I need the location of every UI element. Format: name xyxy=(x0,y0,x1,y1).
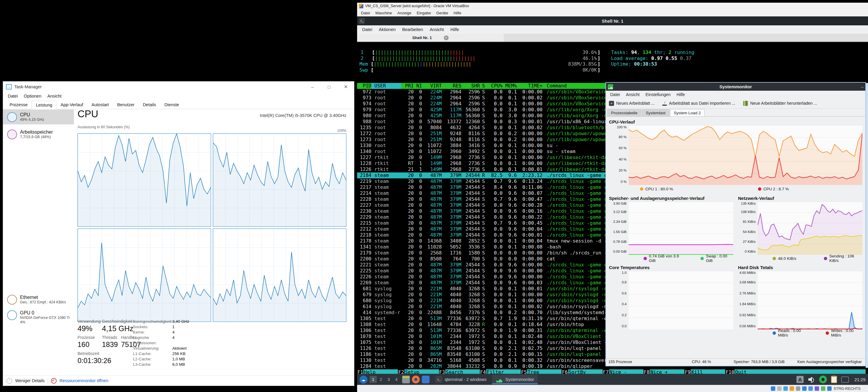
usb-icon[interactable] xyxy=(789,386,794,391)
minimize-button[interactable]: – xyxy=(304,81,321,92)
taskbar-item-systemmonitor[interactable]: Systemmonitor xyxy=(492,375,538,384)
legend-dot-icon xyxy=(758,187,761,191)
column-header-cpu[interactable]: CPU% xyxy=(487,83,502,89)
tab-prozesse[interactable]: Prozesse xyxy=(5,101,32,109)
window-title: Task-Manager xyxy=(14,84,302,89)
memory-history-chart xyxy=(629,202,733,255)
legend-dot-icon xyxy=(640,187,643,191)
tab-details[interactable]: Details xyxy=(138,101,160,109)
file-manager-icon[interactable] xyxy=(402,375,410,383)
qterminal-menu-ansicht[interactable]: Ansicht xyxy=(426,27,447,32)
pinned-app-icon[interactable] xyxy=(422,375,430,383)
vbox-menu-eingabe[interactable]: Eingabe xyxy=(414,11,434,15)
vbox-menu-maschine[interactable]: Maschine xyxy=(373,11,395,15)
hard-disk-icon[interactable] xyxy=(771,386,775,391)
qterminal-menu-bearbeiten[interactable]: Bearbeiten xyxy=(399,27,426,32)
menu-item-datei[interactable]: Datei xyxy=(5,94,21,99)
shared-folder-icon[interactable] xyxy=(796,386,800,391)
firefox-icon[interactable] xyxy=(412,375,420,383)
network-icon[interactable] xyxy=(783,386,788,391)
sysmon-tab-systemlast[interactable]: Systemlast xyxy=(642,109,670,116)
sidebar-item-memory[interactable]: Arbeitsspeicher7,7/15,9 GB (48%) xyxy=(3,127,74,142)
virtualization-icon[interactable] xyxy=(815,386,819,391)
volume-icon[interactable] xyxy=(808,376,815,383)
column-header-pri[interactable]: PRI xyxy=(401,83,414,89)
vbox-menu-anzeige[interactable]: Anzeige xyxy=(395,11,414,15)
column-header-ni[interactable]: NI xyxy=(414,83,422,89)
resize-grip[interactable]: ⋰ xyxy=(863,387,866,391)
memory-y-axis: 3.90 GiB3.12 GiB2.34 GiB1.56 GiB0.78 GiB… xyxy=(609,202,629,255)
new-worksheet-button[interactable]: ＋Neues Arbeitsblatt ... xyxy=(609,101,655,106)
tab-autostart[interactable]: Autostart xyxy=(87,101,113,109)
sysmon-tab-system-load-2[interactable]: System Load 2 xyxy=(670,109,705,116)
sysmon-menu-ansicht[interactable]: Ansicht xyxy=(623,92,643,97)
stat-value-prozesse: 160 xyxy=(78,340,89,349)
stat-label-betriebszeit: Betriebszeit xyxy=(78,351,99,356)
stat-value-threads: 1839 xyxy=(102,340,118,349)
tab-benutzer[interactable]: Benutzer xyxy=(113,101,138,109)
qterminal-menu-hilfe[interactable]: Hilfe xyxy=(447,27,462,32)
open-resource-monitor-link[interactable]: Ressourcenmonitor öffnen xyxy=(60,378,108,383)
column-header-time[interactable]: TIME+ xyxy=(517,83,542,89)
column-header-shr[interactable]: SHR xyxy=(461,83,480,89)
memory-legend: 0.74 GiB von 3.9 GiBSwap : 0.00 GiB xyxy=(609,255,733,262)
seamless-icon[interactable] xyxy=(808,386,813,391)
taskbar-item-qterminal[interactable]: ❯_ qterminal - 2 windows xyxy=(432,375,490,384)
download-worksheets-button[interactable]: Neue Arbeitsblätter herunterladen ... xyxy=(743,101,817,106)
clipboard-icon[interactable] xyxy=(831,376,837,383)
import-worksheet-button[interactable]: ↑Arbeitsblatt aus Datei importieren ... xyxy=(662,101,735,106)
sysmon-menu-hilfe[interactable]: Hilfe xyxy=(674,92,688,97)
temperature-y-axis: 1.00.80.60.40.20.0 xyxy=(609,271,629,329)
sysmon-tab-prozesstabelle[interactable]: Prozesstabelle xyxy=(607,109,642,116)
workspace-2[interactable]: 2 xyxy=(377,376,384,383)
screen-recorder-icon[interactable] xyxy=(819,375,827,383)
sysmon-menu-einstellungen[interactable]: Einstellungen xyxy=(643,92,674,97)
features-icon[interactable] xyxy=(821,386,826,391)
vbox-menu-ger-te[interactable]: Geräte xyxy=(434,11,451,15)
tab-close-icon[interactable]: ✕ xyxy=(444,35,448,40)
vbox-menu-datei[interactable]: Datei xyxy=(358,11,373,15)
menu-item-optionen[interactable]: Optionen xyxy=(21,94,44,99)
sidebar-item-label: Arbeitsspeicher xyxy=(20,129,53,135)
close-button[interactable]: ✕ xyxy=(337,81,354,92)
tab-app-verlauf[interactable]: App-Verlauf xyxy=(56,101,87,109)
menu-arrow-icon[interactable] xyxy=(827,386,832,391)
column-header-user[interactable]: USER xyxy=(371,83,401,89)
tab-dienste[interactable]: Dienste xyxy=(160,101,183,109)
workspace-4[interactable]: 4 xyxy=(393,376,400,383)
display-icon[interactable] xyxy=(802,386,807,391)
terminal-tab[interactable]: Shell Nr. 1 ✕ xyxy=(357,34,504,42)
tray-app-icon[interactable] xyxy=(841,376,849,383)
column-header-virt[interactable]: VIRT xyxy=(422,83,442,89)
clock[interactable]: 21:25 xyxy=(854,377,866,382)
sidebar-item-label: GPU 0 xyxy=(20,310,70,316)
qterminal-menu-datei[interactable]: Datei xyxy=(359,27,376,32)
sidebar-item-cpu[interactable]: CPU49% 4,15 GHz xyxy=(3,110,74,124)
menu-item-ansicht[interactable]: Ansicht xyxy=(44,94,65,99)
vbox-menu-hilfe[interactable]: Hilfe xyxy=(451,11,464,15)
sidebar-item-ethernet[interactable]: EthernetGes.: 872 Empf.: 424 KBit/s xyxy=(3,292,74,307)
sysmon-menu-datei[interactable]: Datei xyxy=(607,92,623,97)
less-details-button[interactable]: Weniger Details xyxy=(15,378,45,383)
legend-dot-icon xyxy=(701,257,704,260)
maximize-button[interactable]: □ xyxy=(321,81,337,92)
gpu-thumbnail-icon xyxy=(7,310,17,320)
column-header-s[interactable]: S xyxy=(480,83,487,89)
column-header-res[interactable]: RES xyxy=(442,83,461,89)
sidebar-item-gpu[interactable]: GPU 0NVIDIA GeForce GTX 1080 Ti4% xyxy=(3,308,74,327)
tab-leistung[interactable]: Leistung xyxy=(32,101,56,109)
column-header-pid[interactable]: PID xyxy=(357,83,371,89)
terminal-scrollbar[interactable] xyxy=(866,83,868,368)
task-manager-window: Task-Manager – □ ✕ DateiOptionenAnsicht … xyxy=(3,81,354,386)
app-menu-button[interactable] xyxy=(360,375,368,384)
qterminal-menu-aktionen[interactable]: Aktionen xyxy=(376,27,399,32)
minimize-button[interactable]: – xyxy=(861,84,864,89)
optical-drive-icon[interactable] xyxy=(777,386,781,391)
workspace-3[interactable]: 3 xyxy=(385,376,392,383)
column-header-mem[interactable]: MEM% xyxy=(502,83,517,89)
eject-icon[interactable] xyxy=(797,376,804,383)
workspace-1[interactable]: 1 xyxy=(370,376,377,383)
qterminal-menubar: DateiAktionenBearbeitenAnsichtHilfe xyxy=(357,25,868,34)
network-legend: 48.0 KiB/sSending : 106 KiB/s xyxy=(738,255,862,262)
worksheet-content: CPU-Verlauf 100 %80 %60 %40 %20 %0 % CPU… xyxy=(606,116,865,359)
